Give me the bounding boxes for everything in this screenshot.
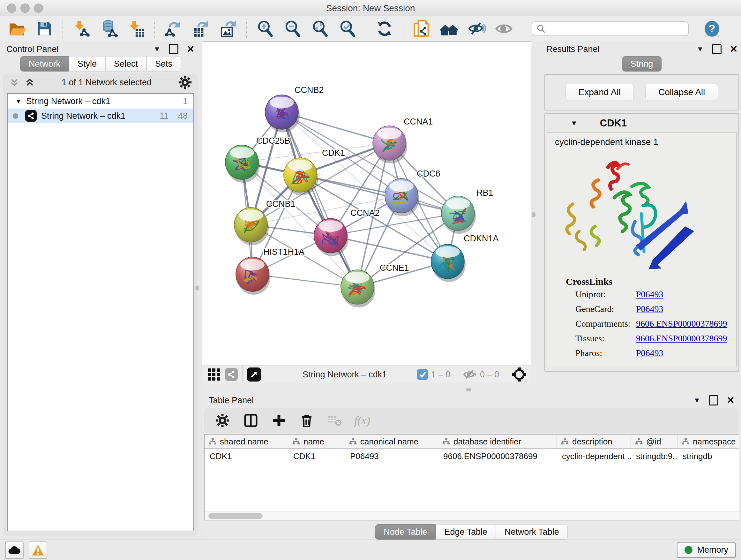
table-cell[interactable]: cyclin-dependent ... (557, 449, 631, 463)
home-button[interactable] (439, 18, 460, 39)
tab-style[interactable]: Style (69, 56, 105, 71)
crosslink-link[interactable]: P06493 (636, 304, 664, 314)
tab-network[interactable]: Network (20, 56, 69, 71)
table-cell[interactable]: 9606.ENSP00000378699 (438, 449, 557, 463)
panel-float-icon[interactable] (709, 395, 718, 406)
svg-text:?: ? (709, 22, 716, 35)
network-view-toolbar: String Network – cdk1 1 – 0 0 – 0 (202, 366, 531, 383)
tab-node-table[interactable]: Node Table (375, 524, 435, 540)
tab-sets[interactable]: Sets (146, 56, 181, 71)
network-row[interactable]: String Network – cdk1 11 48 (8, 109, 193, 123)
column-header-canonicalname[interactable]: canonical name (345, 435, 438, 449)
zoom-fit-button[interactable] (310, 18, 331, 39)
panel-close-icon[interactable]: ✕ (727, 395, 735, 405)
share-view-icon[interactable] (225, 368, 238, 381)
crosslink-link[interactable]: 9606.ENSP00000378699 (636, 319, 727, 329)
import-table-button[interactable] (126, 18, 147, 39)
column-header-name[interactable]: name (288, 435, 345, 449)
collapse-all-button[interactable]: Collapse All (645, 84, 718, 101)
export-network-button[interactable] (163, 18, 184, 39)
birds-eye-icon[interactable] (512, 367, 527, 382)
delete-table-icon (327, 414, 342, 427)
save-session-button[interactable] (34, 18, 55, 39)
scrollbar-thumb[interactable] (208, 513, 263, 519)
show-details-button[interactable] (493, 18, 515, 39)
network-node-CDKN1A[interactable]: CDKN1A (431, 234, 499, 282)
table-horizontal-scrollbar[interactable] (205, 511, 739, 520)
zoom-out-button[interactable] (282, 18, 303, 39)
table-settings-button[interactable] (214, 412, 231, 429)
vertical-splitter-handle[interactable] (195, 286, 199, 291)
search-input[interactable] (549, 23, 684, 34)
panel-collapse-icon[interactable]: ▼ (693, 396, 700, 405)
delete-table-button[interactable] (326, 413, 343, 428)
table-cell[interactable]: CDK1 (288, 449, 345, 463)
table-cell[interactable]: CDK1 (205, 449, 288, 463)
cloud-status-button[interactable] (5, 542, 23, 559)
add-column-button[interactable] (271, 412, 287, 429)
import-network-file-button[interactable] (71, 18, 92, 39)
network-node-CCNB1[interactable]: CCNB1 (234, 199, 295, 245)
tab-network-table[interactable]: Network Table (496, 524, 568, 540)
collapse-all-icon[interactable] (9, 77, 20, 88)
network-node-CCNB2[interactable]: CCNB2 (265, 85, 324, 132)
clone-network-button[interactable] (411, 18, 432, 39)
panel-close-icon[interactable]: ✕ (187, 44, 195, 54)
panel-float-icon[interactable] (169, 44, 179, 54)
network-node-RB1[interactable]: RB1 (441, 188, 493, 234)
warnings-button[interactable] (29, 542, 47, 559)
tab-string[interactable]: String (622, 56, 662, 71)
crosslink-link[interactable]: P06493 (636, 289, 664, 300)
table-row[interactable]: CDK1CDK1P064939606.ENSP00000378699cyclin… (205, 449, 739, 463)
panel-close-icon[interactable]: ✕ (730, 44, 738, 54)
export-table-button[interactable] (190, 18, 211, 39)
search-field[interactable] (532, 21, 689, 36)
crosslink-link[interactable]: P06493 (636, 348, 664, 358)
show-columns-button[interactable] (242, 412, 260, 429)
expand-all-button[interactable]: Expand All (565, 84, 634, 101)
network-node-CCNE1[interactable]: CCNE1 (341, 263, 409, 307)
panel-collapse-icon[interactable]: ▼ (153, 45, 160, 53)
zoom-selected-button[interactable] (337, 18, 358, 39)
column-header-namespace[interactable]: namespace (677, 435, 739, 449)
grid-view-icon[interactable] (208, 368, 220, 381)
detach-view-icon[interactable] (247, 368, 261, 381)
table-panel-title: Table Panel (209, 395, 254, 406)
crosslink-link[interactable]: 9606.ENSP00000378699 (636, 333, 727, 344)
tab-select[interactable]: Select (105, 56, 146, 71)
column-header-id[interactable]: @id (631, 435, 677, 449)
table-cell[interactable]: P06493 (345, 449, 438, 463)
network-edge-CDK1-RB1[interactable] (300, 175, 458, 213)
tree-expander-icon[interactable]: ▼ (15, 98, 22, 105)
vertical-splitter-handle[interactable] (532, 212, 536, 217)
zoom-in-button[interactable] (255, 18, 276, 39)
import-network-database-button[interactable] (98, 18, 119, 39)
network-collection-row[interactable]: ▼ String Network – cdk1 1 (8, 94, 193, 109)
panel-float-icon[interactable] (712, 44, 722, 54)
selected-checkbox-icon[interactable] (417, 369, 428, 380)
hide-details-button[interactable] (466, 18, 487, 39)
network-edge-CCNA1-CDC25B[interactable] (242, 143, 389, 162)
refresh-button[interactable] (374, 18, 395, 39)
export-image-button[interactable] (218, 18, 239, 39)
help-button[interactable]: ? (701, 20, 723, 38)
tab-edge-table[interactable]: Edge Table (435, 524, 496, 540)
network-canvas[interactable]: CCNB2CCNA1CDC25BCDK1CDC6RB1CCNB1CCNA2CDK… (202, 42, 531, 366)
column-header-sharedname[interactable]: shared name (205, 435, 288, 449)
entry-collapse-icon[interactable]: ▼ (570, 119, 578, 127)
function-builder-button[interactable]: f(x) (354, 414, 370, 427)
horizontal-splitter-handle[interactable] (466, 388, 471, 391)
network-node-HIST1H1A[interactable]: HIST1H1A (236, 247, 305, 295)
network-node-CDK1[interactable]: CDK1 (284, 148, 345, 195)
open-session-button[interactable] (6, 18, 27, 39)
table-cell[interactable]: stringdb:9... (631, 449, 677, 463)
gear-icon[interactable] (178, 75, 192, 89)
panel-collapse-icon[interactable]: ▼ (697, 45, 704, 53)
table-cell[interactable]: stringdb (677, 449, 739, 463)
network-node-CCNA1[interactable]: CCNA1 (373, 117, 433, 164)
delete-column-button[interactable] (298, 412, 315, 429)
column-header-databaseidentifier[interactable]: database identifier (438, 435, 557, 449)
memory-button[interactable]: Memory (677, 543, 736, 558)
column-header-description[interactable]: description (557, 435, 631, 449)
expand-all-icon[interactable] (24, 77, 35, 88)
